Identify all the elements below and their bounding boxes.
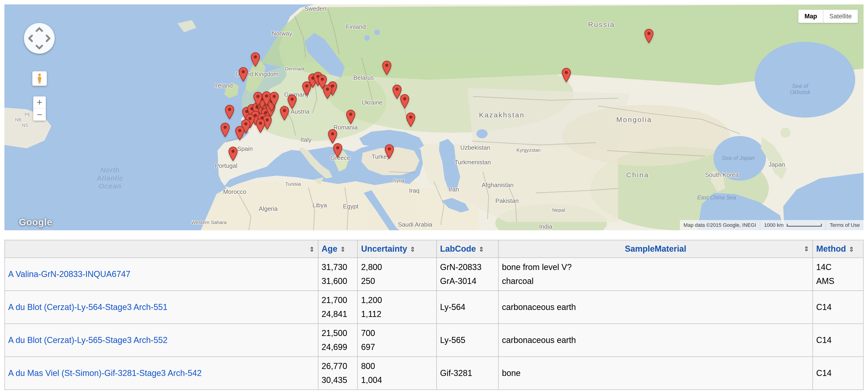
table-row: A du Mas Viel (St-Simon)-Gif-3281-Stage3… xyxy=(5,357,863,390)
cell-method: C14 xyxy=(813,291,863,324)
cell-age: 31,73031,600 xyxy=(318,258,358,291)
map-scale-bar xyxy=(787,224,822,227)
column-header-samplematerial[interactable]: SampleMaterial⇕ xyxy=(498,240,813,258)
cell-material: carbonaceous earth xyxy=(498,291,813,324)
map-marker[interactable] xyxy=(384,144,394,159)
cell-labcode: Ly-564 xyxy=(437,291,498,324)
column-header-label: LabCode xyxy=(440,244,476,254)
map-scale: 1000 km xyxy=(760,220,826,230)
cell-method: C14 xyxy=(813,357,863,390)
sort-arrow-icon[interactable]: ⇕ xyxy=(340,246,346,253)
map-attribution-bar: Map data ©2015 Google, INEGI 1000 km Ter… xyxy=(680,220,864,230)
sort-arrow-icon[interactable]: ⇕ xyxy=(309,246,314,253)
table-row: A du Blot (Cerzat)-Ly-564-Stage3 Arch-55… xyxy=(5,291,863,324)
column-header-label: Method xyxy=(816,244,846,254)
map-marker[interactable] xyxy=(328,129,338,144)
map-data-attribution: Map data ©2015 Google, INEGI xyxy=(680,222,760,228)
column-header-label: SampleMaterial xyxy=(625,244,686,254)
record-link[interactable]: A du Blot (Cerzat)-Ly-565-Stage3 Arch-55… xyxy=(8,335,167,345)
record-link[interactable]: A du Blot (Cerzat)-Ly-564-Stage3 Arch-55… xyxy=(8,302,167,312)
cell-name: A du Blot (Cerzat)-Ly-565-Stage3 Arch-55… xyxy=(5,324,318,357)
cell-material: bone from level V?charcoal xyxy=(498,258,813,291)
cell-name: A du Mas Viel (St-Simon)-Gif-3281-Stage3… xyxy=(5,357,318,390)
sort-arrow-icon[interactable]: ⇕ xyxy=(410,246,415,253)
map-marker[interactable] xyxy=(239,67,248,82)
cell-uncertainty: 8001,004 xyxy=(358,357,437,390)
map-marker[interactable] xyxy=(333,143,343,158)
map-marker[interactable] xyxy=(253,92,262,106)
map-marker[interactable] xyxy=(228,146,238,161)
map-marker[interactable] xyxy=(280,106,289,121)
zoom-in-button[interactable]: + xyxy=(33,96,46,108)
map-marker[interactable] xyxy=(322,85,332,99)
cell-uncertainty: 2,800250 xyxy=(358,258,437,291)
column-header-uncertainty[interactable]: Uncertainty⇕ xyxy=(358,240,437,258)
cell-material: bone xyxy=(498,357,813,390)
cell-age: 21,70024,841 xyxy=(318,291,358,324)
page: SwedenNorwayFinlandDenmarkUnited Kingdom… xyxy=(0,4,868,390)
map-marker[interactable] xyxy=(400,94,410,109)
map-marker[interactable] xyxy=(256,119,265,133)
map-marker[interactable] xyxy=(220,123,230,137)
map-type-control: Map Satellite xyxy=(798,9,858,23)
pegman-icon xyxy=(35,73,44,84)
sort-arrow-icon[interactable]: ⇕ xyxy=(804,245,809,253)
cell-name: A Valina-GrN-20833-INQUA6747 xyxy=(5,258,318,291)
sort-arrow-icon[interactable]: ⇕ xyxy=(479,246,484,253)
record-link[interactable]: A Valina-GrN-20833-INQUA6747 xyxy=(8,269,130,279)
sort-arrow-icon[interactable]: ⇕ xyxy=(849,246,854,253)
map-marker[interactable] xyxy=(269,92,279,106)
map-scale-label: 1000 km xyxy=(764,222,783,228)
cell-labcode: Gif-3281 xyxy=(437,357,498,390)
map-marker[interactable] xyxy=(382,61,392,75)
map-marker[interactable] xyxy=(235,126,245,140)
table-header-row: ⇕Age⇕Uncertainty⇕LabCode⇕SampleMaterial⇕… xyxy=(5,240,863,258)
records-table: ⇕Age⇕Uncertainty⇕LabCode⇕SampleMaterial⇕… xyxy=(4,240,864,390)
table-row: A du Blot (Cerzat)-Ly-565-Stage3 Arch-55… xyxy=(5,324,863,357)
cell-material: carbonaceous earth xyxy=(498,324,813,357)
column-header-method[interactable]: Method⇕ xyxy=(813,240,863,258)
zoom-out-button[interactable]: − xyxy=(33,108,46,121)
column-header-blank[interactable]: ⇕ xyxy=(5,240,318,258)
column-header-age[interactable]: Age⇕ xyxy=(318,240,358,258)
map-marker[interactable] xyxy=(225,105,234,120)
cell-age: 26,77030,435 xyxy=(318,357,358,390)
column-header-labcode[interactable]: LabCode⇕ xyxy=(437,240,498,258)
terms-of-use-link[interactable]: Terms of Use xyxy=(826,220,864,230)
map-marker[interactable] xyxy=(644,29,654,43)
map-pan-control[interactable] xyxy=(24,23,55,54)
record-link[interactable]: A du Mas Viel (St-Simon)-Gif-3281-Stage3… xyxy=(8,368,202,378)
map[interactable]: SwedenNorwayFinlandDenmarkUnited Kingdom… xyxy=(4,4,864,230)
cell-uncertainty: 700697 xyxy=(358,324,437,357)
cell-method: C14 xyxy=(813,324,863,357)
street-view-pegman[interactable] xyxy=(32,71,47,86)
google-logo[interactable]: Google xyxy=(19,217,52,227)
zoom-control: + − xyxy=(33,96,46,121)
map-canvas[interactable] xyxy=(4,4,864,230)
cell-labcode: Ly-565 xyxy=(437,324,498,357)
cell-uncertainty: 1,2001,112 xyxy=(358,291,437,324)
cell-labcode: GrN-20833GrA-3014 xyxy=(437,258,498,291)
cell-method: 14CAMS xyxy=(813,258,863,291)
map-type-satellite-button[interactable]: Satellite xyxy=(823,9,858,23)
map-marker[interactable] xyxy=(406,112,415,127)
map-marker[interactable] xyxy=(346,110,355,124)
map-type-map-button[interactable]: Map xyxy=(798,9,823,23)
column-header-label: Uncertainty xyxy=(361,244,407,254)
map-marker[interactable] xyxy=(250,52,260,67)
pan-arrows-icon xyxy=(24,23,55,54)
column-header-label: Age xyxy=(322,244,338,254)
cell-age: 21,50024,699 xyxy=(318,324,358,357)
table-row: A Valina-GrN-20833-INQUA674731,73031,600… xyxy=(5,258,863,291)
cell-name: A du Blot (Cerzat)-Ly-564-Stage3 Arch-55… xyxy=(5,291,318,324)
map-marker[interactable] xyxy=(561,68,571,83)
